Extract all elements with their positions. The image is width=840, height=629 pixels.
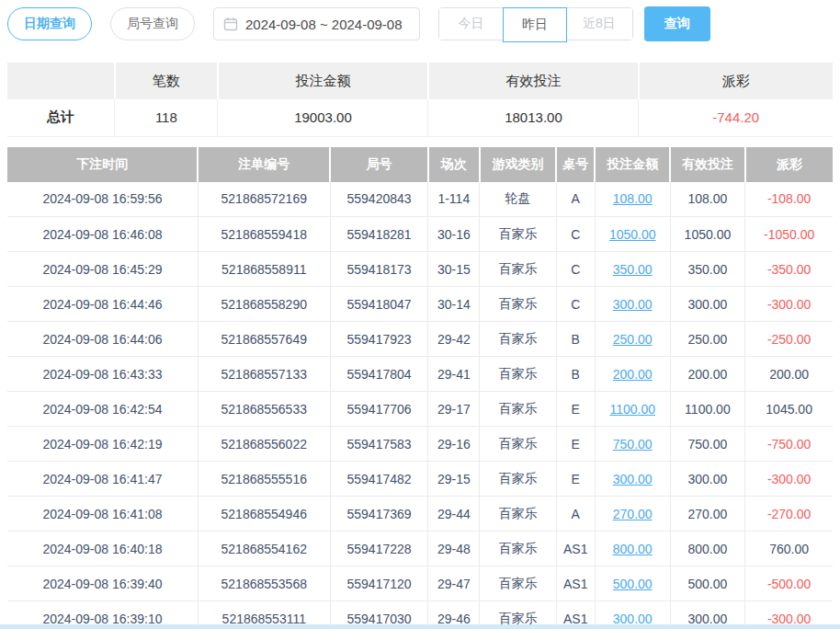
table-row: 2024-09-08 16:42:54521868556533559417706…	[7, 392, 833, 427]
cell-table-no: E	[556, 462, 595, 497]
cell-round-no: 559417120	[330, 566, 428, 601]
cell-valid-bet: 300.00	[670, 462, 745, 497]
cell-game-type: 百家乐	[480, 427, 557, 462]
bet-amount-link[interactable]: 200.00	[613, 367, 653, 382]
summary-header-row: 笔数 投注金额 有效投注 派彩	[7, 63, 833, 99]
cell-bet-amount: 300.00	[595, 287, 670, 322]
cell-payout: 760.00	[745, 532, 833, 566]
bet-amount-link[interactable]: 350.00	[613, 262, 653, 277]
table-row: 2024-09-08 16:59:56521868572169559420843…	[7, 182, 833, 217]
cell-order-no: 521868554162	[198, 532, 330, 566]
cell-table-no: E	[556, 392, 595, 427]
cell-round-no: 559417369	[330, 497, 428, 532]
cell-bet-amount: 108.00	[595, 182, 670, 217]
cell-order-no: 521868553568	[198, 566, 330, 601]
bet-table-header-row: 下注时间注单编号局号场次游戏类别桌号投注金额有效投注派彩	[7, 147, 833, 182]
cell-game-type: 百家乐	[480, 532, 557, 566]
cell-bet-time: 2024-09-08 16:42:19	[7, 427, 198, 462]
cell-valid-bet: 800.00	[670, 532, 745, 566]
cell-round-no: 559417804	[330, 357, 428, 392]
cell-session: 1-114	[428, 182, 480, 217]
column-header-table-no: 桌号	[556, 147, 595, 182]
quick-range-group: 今日 昨日 近8日	[438, 7, 633, 40]
cell-session: 29-42	[428, 322, 480, 357]
bet-amount-link[interactable]: 250.00	[613, 332, 653, 347]
bet-amount-link[interactable]: 108.00	[613, 191, 653, 206]
cell-order-no: 521868554946	[198, 497, 330, 532]
bet-amount-link[interactable]: 1100.00	[609, 402, 655, 417]
column-header-bet-time: 下注时间	[7, 147, 198, 182]
summary-bet-amount-value: 19003.00	[218, 99, 428, 136]
bet-table-body: 2024-09-08 16:59:56521868572169559420843…	[7, 182, 833, 629]
bottom-highlight-strip	[0, 624, 840, 629]
round-query-tab[interactable]: 局号查询	[110, 7, 195, 40]
cell-payout: -350.00	[745, 252, 833, 287]
cell-bet-time: 2024-09-08 16:41:47	[7, 462, 198, 497]
cell-bet-amount: 270.00	[595, 497, 670, 532]
cell-game-type: 百家乐	[480, 252, 557, 287]
summary-valid-bet-value: 18013.00	[428, 99, 639, 136]
cell-valid-bet: 270.00	[670, 497, 745, 532]
cell-table-no: C	[556, 252, 595, 287]
cell-round-no: 559417482	[330, 462, 428, 497]
date-range-input[interactable]: 2024-09-08 ~ 2024-09-08	[213, 7, 420, 40]
cell-table-no: A	[556, 497, 595, 532]
cell-payout: -250.00	[745, 322, 833, 357]
quick-range-today[interactable]: 今日	[439, 8, 504, 40]
cell-valid-bet: 1050.00	[670, 217, 745, 252]
table-row: 2024-09-08 16:41:08521868554946559417369…	[7, 497, 833, 532]
quick-range-last8days[interactable]: 近8日	[566, 8, 632, 40]
cell-session: 29-41	[428, 357, 480, 392]
cell-round-no: 559418281	[330, 217, 428, 252]
date-range-value: 2024-09-08 ~ 2024-09-08	[245, 17, 403, 32]
table-row: 2024-09-08 16:46:08521868559418559418281…	[7, 217, 833, 252]
cell-bet-amount: 1050.00	[595, 217, 670, 252]
cell-session: 29-15	[428, 462, 480, 497]
cell-valid-bet: 1100.00	[670, 392, 745, 427]
cell-round-no: 559417583	[330, 427, 428, 462]
quick-range-yesterday[interactable]: 昨日	[503, 7, 567, 42]
cell-round-no: 559418047	[330, 287, 428, 322]
cell-session: 29-48	[428, 532, 480, 566]
summary-header-count: 笔数	[115, 63, 218, 99]
cell-session: 30-14	[428, 287, 480, 322]
cell-table-no: C	[556, 217, 595, 252]
cell-game-type: 百家乐	[480, 497, 557, 532]
cell-bet-time: 2024-09-08 16:44:06	[7, 322, 198, 357]
summary-payout-value: -744.20	[639, 99, 833, 136]
bet-amount-link[interactable]: 750.00	[613, 437, 653, 452]
cell-table-no: AS1	[556, 532, 595, 566]
bet-amount-link[interactable]: 800.00	[613, 542, 653, 556]
calendar-icon	[223, 17, 238, 31]
cell-order-no: 521868556022	[198, 427, 330, 462]
cell-bet-time: 2024-09-08 16:39:40	[7, 566, 198, 601]
cell-bet-amount: 750.00	[595, 427, 670, 462]
cell-bet-amount: 500.00	[595, 566, 670, 601]
table-row: 2024-09-08 16:42:19521868556022559417583…	[7, 427, 833, 462]
cell-game-type: 百家乐	[480, 287, 557, 322]
cell-payout: -300.00	[745, 462, 833, 497]
cell-bet-time: 2024-09-08 16:45:29	[7, 252, 198, 287]
cell-payout: -300.00	[745, 287, 833, 322]
date-query-tab[interactable]: 日期查询	[7, 7, 92, 40]
cell-game-type: 百家乐	[480, 392, 557, 427]
cell-bet-time: 2024-09-08 16:59:56	[7, 182, 198, 217]
bet-amount-link[interactable]: 500.00	[613, 577, 653, 591]
bet-amount-link[interactable]: 1050.00	[609, 227, 656, 242]
cell-bet-time: 2024-09-08 16:40:18	[7, 532, 198, 566]
cell-payout: -500.00	[745, 566, 833, 601]
cell-session: 30-15	[428, 252, 480, 287]
bet-amount-link[interactable]: 270.00	[613, 507, 653, 521]
bet-amount-link[interactable]: 300.00	[613, 297, 653, 312]
column-header-round-no: 局号	[330, 147, 428, 182]
search-button[interactable]: 查询	[644, 6, 710, 41]
cell-session: 29-16	[428, 427, 480, 462]
summary-header-valid-bet: 有效投注	[428, 63, 639, 99]
cell-valid-bet: 300.00	[670, 287, 745, 322]
cell-order-no: 521868558911	[198, 252, 330, 287]
cell-bet-time: 2024-09-08 16:44:46	[7, 287, 198, 322]
bet-amount-link[interactable]: 300.00	[613, 472, 653, 486]
cell-round-no: 559420843	[330, 182, 428, 217]
cell-valid-bet: 200.00	[670, 357, 745, 392]
summary-header-blank	[7, 63, 115, 99]
